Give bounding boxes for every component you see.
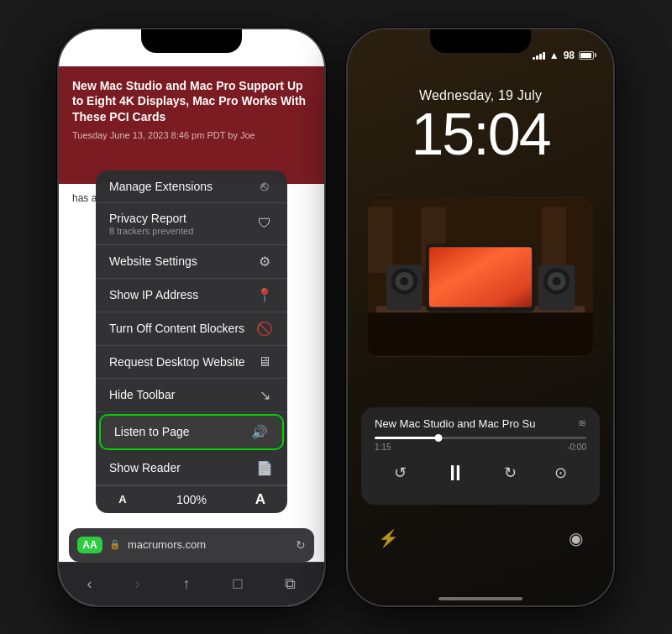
article-meta: Tuesday June 13, 2023 8:46 pm PDT by Joe — [72, 130, 311, 140]
svg-rect-6 — [568, 207, 593, 273]
menu-item-show-reader[interactable]: Show Reader 📄 — [96, 452, 287, 485]
time-remaining: -0:00 — [567, 443, 586, 452]
svg-rect-22 — [368, 312, 593, 355]
lock-time: 15:04 — [348, 105, 613, 164]
menu-item-listen-to-page[interactable]: Listen to Page 🔊 — [99, 414, 284, 450]
right-battery-percent: 98 — [564, 50, 575, 61]
left-phone: 15:05 ▲ 98 New Mac Studio and Mac Pro Su… — [57, 28, 326, 607]
progress-bar[interactable] — [375, 437, 586, 439]
share-button[interactable]: ↑ — [183, 575, 191, 593]
album-art-container — [368, 197, 593, 357]
right-wifi-icon: ▲ — [549, 50, 559, 61]
zoom-value: 100% — [139, 493, 244, 506]
pause-button[interactable]: ⏸ — [444, 460, 466, 486]
context-menu: Manage Extensions ⎋ Privacy Report 8 tra… — [96, 170, 287, 513]
menu-item-privacy-report[interactable]: Privacy Report 8 trackers prevented 🛡 — [96, 203, 287, 245]
reload-icon[interactable]: ↻ — [296, 538, 306, 552]
menu-item-show-ip[interactable]: Show IP Address 📍 — [96, 279, 287, 312]
privacy-report-icon: 🛡 — [255, 216, 274, 231]
right-phone: ▲ 98 Wednesday, 19 July 15:04 — [346, 28, 615, 607]
menu-item-manage-extensions[interactable]: Manage Extensions ⎋ — [96, 170, 287, 203]
right-status-icons: ▲ 98 — [533, 50, 596, 61]
left-time: 15:05 — [76, 48, 106, 61]
tabs-button[interactable]: ⧉ — [285, 575, 296, 593]
menu-item-website-settings[interactable]: Website Settings ⚙ — [96, 245, 287, 279]
rewind-button[interactable]: ↺ — [394, 464, 407, 482]
left-screen: 15:05 ▲ 98 New Mac Studio and Mac Pro Su… — [59, 29, 324, 605]
svg-rect-11 — [429, 247, 532, 307]
show-ip-icon: 📍 — [255, 287, 274, 303]
home-indicator[interactable] — [438, 597, 522, 600]
svg-rect-5 — [542, 207, 567, 273]
zoom-row: A 100% A — [96, 485, 287, 513]
article-header: New Mac Studio and Mac Pro Support Up to… — [59, 66, 324, 184]
aa-button[interactable]: AA — [77, 537, 102, 553]
waveform-icon: ≋ — [578, 417, 586, 429]
signal-icon — [244, 51, 256, 60]
right-signal-icon — [533, 51, 545, 60]
battery-percent: 98 — [275, 50, 286, 61]
time-elapsed: 1:15 — [375, 443, 391, 452]
menu-item-content-blockers[interactable]: Turn Off Content Blockers 🚫 — [96, 312, 287, 346]
zoom-decrease-button[interactable]: A — [106, 493, 139, 506]
article-title: New Mac Studio and Mac Pro Support Up to… — [72, 78, 311, 126]
battery-icon — [290, 51, 307, 60]
bookmarks-button[interactable]: □ — [234, 575, 243, 593]
progress-knob — [434, 434, 442, 442]
lock-bottom-icons: ⚡ ◉ — [348, 528, 613, 548]
player-controls: ↺ ⏸ ↻ ⊙ — [375, 460, 586, 486]
flashlight-button[interactable]: ⚡ — [378, 528, 399, 548]
forward-button[interactable]: › — [135, 575, 140, 593]
lock-icon: 🔒 — [109, 539, 121, 550]
manage-extensions-icon: ⎋ — [255, 179, 274, 194]
desktop-site-icon: 🖥 — [255, 354, 274, 369]
airplay-button[interactable]: ⊙ — [554, 464, 567, 482]
bottom-nav: ‹ › ↑ □ ⧉ — [59, 562, 324, 605]
wifi-icon: ▲ — [260, 50, 270, 61]
listen-icon: 🔊 — [250, 424, 269, 440]
url-text[interactable]: macrumors.com — [128, 538, 289, 551]
fast-forward-button[interactable]: ↻ — [504, 464, 517, 482]
progress-fill — [375, 437, 438, 439]
back-button[interactable]: ‹ — [87, 575, 92, 593]
left-status-icons: ▲ 98 — [244, 50, 307, 61]
player-track-title: New Mac Studio and Mac Pro Su — [375, 417, 578, 430]
svg-point-19 — [553, 277, 561, 286]
camera-button[interactable]: ◉ — [569, 528, 583, 548]
right-notch — [430, 29, 531, 53]
svg-point-15 — [400, 277, 408, 286]
right-battery-icon — [579, 51, 596, 60]
studio-svg — [368, 197, 593, 357]
zoom-increase-button[interactable]: A — [244, 491, 277, 508]
notch — [141, 29, 242, 53]
hide-toolbar-icon: ↘ — [255, 387, 274, 403]
svg-rect-3 — [395, 207, 420, 273]
content-blockers-icon: 🚫 — [255, 321, 274, 337]
time-row: 1:15 -0:00 — [375, 443, 586, 452]
address-bar: AA 🔒 macrumors.com ↻ — [69, 528, 314, 562]
lock-date: Wednesday, 19 July — [348, 88, 613, 103]
music-player-card: New Mac Studio and Mac Pro Su ≋ 1:15 -0:… — [361, 407, 600, 505]
menu-item-desktop-site[interactable]: Request Desktop Website 🖥 — [96, 346, 287, 379]
website-settings-icon: ⚙ — [255, 254, 274, 270]
menu-item-hide-toolbar[interactable]: Hide Toolbar ↘ — [96, 379, 287, 412]
right-screen: ▲ 98 Wednesday, 19 July 15:04 — [348, 29, 613, 605]
show-reader-icon: 📄 — [255, 460, 274, 476]
album-art-scene — [368, 197, 593, 357]
player-title-row: New Mac Studio and Mac Pro Su ≋ — [375, 417, 586, 430]
svg-rect-2 — [368, 207, 393, 273]
